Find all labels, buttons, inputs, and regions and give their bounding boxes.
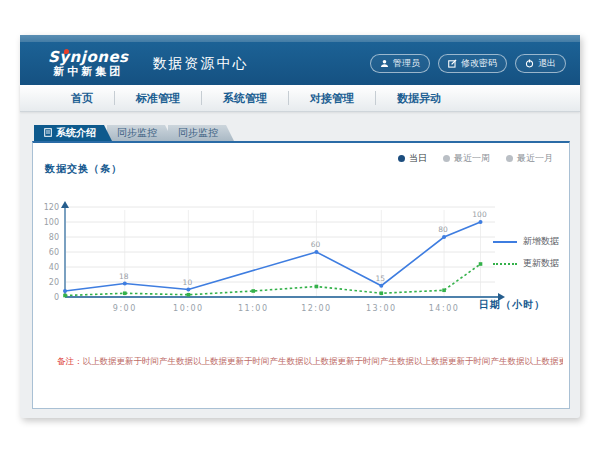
svg-text:13:00: 13:00 (366, 304, 397, 313)
logo-accent (64, 49, 69, 54)
nav-item-system-mgmt[interactable]: 系统管理 (202, 85, 288, 111)
header: Synjones 新中新集团 数据资源中心 管理员 修改密码 退出 (20, 42, 580, 85)
power-icon (525, 59, 534, 68)
filter-today[interactable]: 当日 (398, 152, 427, 165)
svg-text:120: 120 (44, 203, 59, 212)
admin-user-label: 管理员 (393, 57, 420, 70)
admin-user-button[interactable]: 管理员 (370, 54, 430, 73)
tab-sync-monitor-2[interactable]: 同步监控 (168, 125, 234, 141)
svg-text:100: 100 (472, 210, 487, 219)
footnote: 备注：以上数据更新于时间产生数据以上数据更新于时间产生数据以上数据更新于时间产生… (57, 356, 563, 368)
svg-text:40: 40 (49, 263, 59, 272)
svg-text:60: 60 (311, 240, 321, 249)
svg-text:12:00: 12:00 (301, 304, 332, 313)
svg-text:60: 60 (49, 248, 59, 257)
tab-sync-monitor-2-label: 同步监控 (178, 126, 218, 140)
svg-text:80: 80 (49, 233, 59, 242)
nav-item-data-change[interactable]: 数据异动 (376, 85, 462, 111)
logo-secondary: 新中新集团 (48, 66, 129, 78)
content-area: 系统介绍 同步监控 同步监控 当日 最近一周 (20, 112, 580, 418)
svg-text:100: 100 (44, 218, 59, 227)
main-nav: 首页 标准管理 系统管理 对接管理 数据异动 (20, 85, 580, 112)
filter-last-week[interactable]: 最近一周 (443, 152, 490, 165)
radio-icon (506, 155, 513, 162)
tab-sync-monitor-1-label: 同步监控 (117, 126, 157, 140)
logout-button[interactable]: 退出 (515, 54, 566, 73)
svg-text:14:00: 14:00 (429, 304, 460, 313)
legend-update-data: 更新数据 (493, 257, 559, 270)
y-axis-title: 数据交换（条） (45, 162, 122, 176)
x-axis-title: 日期（小时） (479, 298, 545, 312)
footnote-text: 以上数据更新于时间产生数据以上数据更新于时间产生数据以上数据更新于时间产生数据以… (83, 356, 564, 366)
doc-icon (44, 128, 52, 139)
filter-today-label: 当日 (409, 152, 427, 165)
svg-text:9:00: 9:00 (113, 304, 137, 313)
filter-last-month-label: 最近一月 (517, 152, 553, 165)
top-strip (20, 35, 580, 42)
tab-system-intro[interactable]: 系统介绍 (34, 125, 112, 141)
legend-new-data-label: 新增数据 (523, 235, 559, 248)
svg-text:20: 20 (49, 278, 59, 287)
edit-icon (448, 59, 457, 68)
svg-text:11:00: 11:00 (238, 304, 269, 313)
tab-system-intro-label: 系统介绍 (56, 126, 96, 140)
tab-sync-monitor-1[interactable]: 同步监控 (107, 125, 173, 141)
svg-text:80: 80 (438, 225, 448, 234)
nav-item-home[interactable]: 首页 (50, 85, 114, 111)
chart-panel: 当日 最近一周 最近一月 数据交换（条） 0204060801001209:00… (32, 141, 570, 409)
series-legend: 新增数据 更新数据 (493, 235, 559, 270)
nav-item-interface-mgmt[interactable]: 对接管理 (289, 85, 375, 111)
svg-text:18: 18 (119, 272, 129, 281)
page-title: 数据资源中心 (153, 55, 249, 73)
radio-icon (443, 155, 450, 162)
logout-label: 退出 (538, 57, 556, 70)
dotted-line-icon (493, 263, 517, 265)
change-password-button[interactable]: 修改密码 (438, 54, 507, 73)
user-icon (380, 59, 389, 68)
tab-bar: 系统介绍 同步监控 同步监控 (34, 125, 570, 141)
range-filters: 当日 最近一周 最近一月 (398, 152, 553, 165)
header-actions: 管理员 修改密码 退出 (370, 54, 566, 73)
logo: Synjones 新中新集团 (48, 50, 129, 77)
radio-icon (398, 155, 405, 162)
svg-text:10:00: 10:00 (173, 304, 204, 313)
filter-last-month[interactable]: 最近一月 (506, 152, 553, 165)
solid-line-icon (493, 241, 517, 243)
legend-new-data: 新增数据 (493, 235, 559, 248)
logo-primary: Synjones (48, 50, 129, 66)
change-password-label: 修改密码 (461, 57, 497, 70)
svg-text:10: 10 (183, 278, 193, 287)
svg-text:0: 0 (54, 293, 59, 302)
app-window: Synjones 新中新集团 数据资源中心 管理员 修改密码 退出 (20, 35, 580, 418)
line-chart: 0204060801001209:0010:0011:0012:0013:001… (43, 179, 505, 321)
svg-text:15: 15 (376, 274, 386, 283)
legend-update-data-label: 更新数据 (523, 257, 559, 270)
footnote-label: 备注： (57, 356, 83, 366)
filter-last-week-label: 最近一周 (454, 152, 490, 165)
nav-item-standard-mgmt[interactable]: 标准管理 (115, 85, 201, 111)
